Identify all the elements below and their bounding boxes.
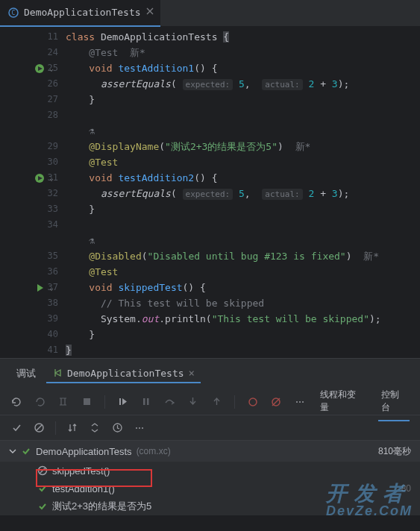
step-into-icon[interactable]: [187, 396, 198, 408]
svg-point-16: [139, 427, 140, 429]
console-tab[interactable]: 控制台: [378, 383, 410, 421]
svg-rect-7: [147, 398, 149, 405]
show-ignored-icon[interactable]: [33, 422, 45, 434]
test-name: testAddition1(): [52, 483, 115, 494]
run-gutter-icon[interactable]: [33, 281, 46, 295]
test-root-row[interactable]: DemoApplicationTests (com.xc) 810毫秒: [0, 441, 420, 462]
test-passed-icon: [37, 483, 48, 494]
mute-breakpoints-icon[interactable]: [270, 396, 281, 408]
step-out-icon[interactable]: [211, 396, 222, 408]
test-root-name: DemoApplicationTests: [36, 446, 132, 457]
fold-chevron-icon[interactable]: ⌄: [49, 60, 54, 76]
code-editor[interactable]: 112425⌄262728293031⌄323334353637⌄3839404…: [0, 27, 420, 358]
history-icon[interactable]: [111, 422, 123, 434]
watermark: 开 发 者 DevZe.CoM: [326, 483, 413, 518]
editor-tab-bar: C DemoApplicationTests: [0, 0, 420, 27]
test-skipped-icon: [37, 465, 48, 476]
test-duration: 810毫秒: [378, 445, 411, 458]
stop-icon[interactable]: [81, 396, 92, 408]
java-class-icon: C: [7, 7, 19, 19]
debug-toolbar: 线程和变量 控制台: [0, 389, 420, 415]
code-area[interactable]: class DemoApplicationTests { @Test 新* vo…: [63, 27, 420, 358]
tab-title: DemoApplicationTests: [24, 7, 141, 18]
run-gutter-icon[interactable]: [33, 172, 46, 185]
test-name: skippedTest(): [52, 465, 110, 477]
svg-point-11: [299, 401, 301, 403]
svg-point-17: [142, 427, 143, 429]
expand-all-icon[interactable]: [89, 422, 101, 434]
test-package: (com.xc): [137, 446, 171, 456]
svg-point-12: [302, 401, 304, 403]
run-gutter-icon[interactable]: [33, 62, 46, 75]
fold-chevron-icon[interactable]: ⌄: [49, 280, 54, 295]
pause-icon[interactable]: [140, 396, 151, 408]
close-icon[interactable]: [145, 7, 154, 18]
svg-rect-5: [119, 398, 121, 405]
show-passed-icon[interactable]: [10, 422, 22, 434]
close-icon[interactable]: ×: [189, 367, 195, 379]
sort-icon[interactable]: [66, 422, 78, 434]
chevron-down-icon: [9, 447, 16, 455]
view-breakpoints-icon[interactable]: [247, 396, 258, 408]
svg-point-15: [136, 427, 137, 429]
debug-tab[interactable]: 调试: [9, 362, 43, 385]
test-name: 测试2+3的结果是否为5: [52, 500, 151, 513]
more-icon[interactable]: [134, 422, 145, 434]
more-icon[interactable]: [294, 396, 305, 408]
editor-tab[interactable]: C DemoApplicationTests: [0, 0, 160, 27]
fold-chevron-icon[interactable]: ⌄: [49, 170, 54, 186]
rerun-icon[interactable]: [10, 396, 22, 408]
test-passed-icon: [21, 446, 31, 456]
line-gutter: 112425⌄262728293031⌄323334353637⌄3839404…: [0, 27, 63, 358]
toggle-auto-icon[interactable]: [57, 396, 69, 408]
run-config-tab[interactable]: DemoApplicationTests ×: [46, 364, 201, 383]
resume-icon[interactable]: [117, 396, 128, 408]
svg-point-8: [249, 398, 257, 406]
run-config-icon: [52, 368, 63, 378]
test-result-row[interactable]: skippedTest(): [0, 462, 420, 480]
step-over-icon[interactable]: [164, 396, 175, 408]
svg-point-10: [296, 401, 298, 403]
rerun-failed-icon[interactable]: [34, 396, 45, 408]
svg-text:C: C: [12, 10, 16, 16]
svg-rect-6: [143, 398, 145, 405]
threads-tab[interactable]: 线程和变量: [317, 383, 366, 421]
svg-rect-4: [84, 398, 90, 405]
test-passed-icon: [37, 501, 48, 512]
